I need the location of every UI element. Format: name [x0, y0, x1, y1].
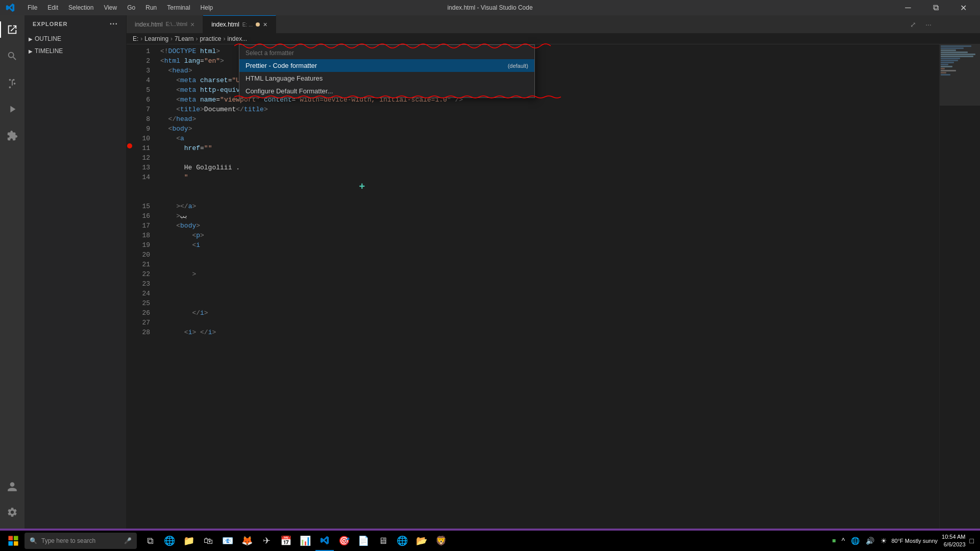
timeline-chevron: ▶ [29, 48, 33, 54]
code-line: 25 [127, 298, 939, 308]
system-tray: ^ 🌐 🔊 ☀ 80°F Mostly sunny 10:54 AM 6/6/2… [830, 533, 976, 549]
menu-view[interactable]: View [100, 3, 121, 12]
taskbar-store[interactable]: 🛍 [199, 531, 217, 551]
line-number: 17 [133, 221, 158, 231]
line-number: 6 [133, 95, 158, 105]
breadcrumb-learning[interactable]: Learning [144, 35, 168, 42]
formatter-item-configure[interactable]: Configure Default Formatter... [239, 85, 534, 97]
minimize-button[interactable]: ─ [896, 0, 920, 15]
tab-close-1[interactable]: × [190, 20, 194, 29]
taskbar-date-display: 6/6/2023 [942, 541, 965, 548]
formatter-item-prettier[interactable]: Prettier - Code formatter (default) [239, 59, 534, 72]
menu-file[interactable]: File [23, 3, 41, 12]
code-line: 11 href="" [127, 143, 939, 153]
taskbar-firefox[interactable]: 🦊 [238, 531, 256, 551]
taskbar-explorer[interactable]: 📁 [180, 531, 198, 551]
taskbar-vscode-active[interactable] [315, 531, 334, 551]
tray-chevron-icon[interactable]: ^ [840, 537, 847, 545]
timeline-header[interactable]: ▶ TIMELINE [24, 46, 126, 56]
taskbar-clock[interactable]: 10:54 AM 6/6/2023 [942, 533, 965, 549]
formatter-item-html[interactable]: HTML Language Features [239, 72, 534, 85]
taskbar-teamviewer[interactable]: 🖥 [374, 531, 392, 551]
taskbar-edge[interactable]: 🌐 [160, 531, 179, 551]
main-layout: EXPLORER ··· ▶ OUTLINE ▶ TIMELINE index.… [0, 15, 980, 529]
menu-selection[interactable]: Selection [64, 3, 97, 12]
tray-notification-icon[interactable]: □ [968, 537, 976, 545]
breakpoint-11 [127, 143, 132, 148]
windows-taskbar: 🔍 Type here to search 🎤 ⧉ 🌐 📁 🛍 📧 🦊 ✈ 📅 … [0, 531, 980, 551]
tab-close-2[interactable]: × [263, 20, 267, 29]
code-line: 13 He Golgoliii . [127, 163, 939, 172]
line-content: <body> [158, 124, 939, 134]
title-bar-left: File Edit Selection View Go Run Terminal… [5, 3, 217, 13]
taskbar-chrome[interactable]: 🌐 [393, 531, 411, 551]
code-line: 28 <i> </i> [127, 328, 939, 337]
search-magnifier-icon: 🔍 [30, 537, 37, 544]
taskbar-mail[interactable]: 📧 [218, 531, 237, 551]
more-actions-button[interactable]: ··· [922, 18, 935, 31]
activity-explorer[interactable] [0, 17, 24, 42]
sidebar-section-timeline: ▶ TIMELINE [24, 45, 126, 57]
line-content: <i [158, 240, 939, 250]
svg-rect-1 [14, 536, 18, 540]
title-bar: File Edit Selection View Go Run Terminal… [0, 0, 980, 15]
code-line: 16 >بب [127, 211, 939, 221]
outline-chevron: ▶ [29, 36, 33, 42]
outline-header[interactable]: ▶ OUTLINE [24, 34, 126, 44]
activity-bar [0, 15, 24, 529]
tab-index-html-1[interactable]: index.html E:\...\html × [127, 15, 203, 33]
sidebar-more-button[interactable]: ··· [110, 19, 118, 29]
activity-extensions[interactable] [0, 123, 24, 148]
breadcrumb-practice[interactable]: practice [200, 35, 221, 42]
tab-path-1: E:\...\html [166, 21, 187, 27]
breadcrumb-indexhtml[interactable]: index... [227, 35, 247, 42]
activity-source-control[interactable] [0, 70, 24, 95]
taskbar-search-box[interactable]: 🔍 Type here to search 🎤 [24, 533, 137, 549]
close-button[interactable]: ✕ [951, 0, 975, 15]
minimap-slider[interactable] [940, 44, 980, 106]
line-content: <a [158, 134, 939, 143]
breadcrumb-7learn[interactable]: 7Learn [175, 35, 193, 42]
code-editor[interactable]: 1 <!DOCTYPE html> 2 <html lang="en"> 3 <… [127, 44, 939, 529]
line-number: 20 [133, 250, 158, 260]
breadcrumb-e[interactable]: E: [133, 35, 138, 42]
timeline-label: TIMELINE [35, 47, 63, 55]
menu-edit[interactable]: Edit [43, 3, 62, 12]
taskbar-rider[interactable]: 🎯 [335, 531, 353, 551]
tray-volume-icon[interactable]: 🔊 [864, 537, 876, 545]
activity-account[interactable] [0, 474, 24, 499]
activity-search[interactable] [0, 44, 24, 68]
line-content: He Golgoliii . [158, 163, 939, 172]
tab-index-html-2[interactable]: index.html E: ... × [203, 15, 276, 33]
menu-terminal[interactable]: Terminal [163, 3, 194, 12]
tab-bar: index.html E:\...\html × index.html E: .… [127, 15, 980, 33]
taskbar-office[interactable]: 📊 [296, 531, 314, 551]
line-content: <p> [158, 231, 939, 240]
taskbar-taskview[interactable]: ⧉ [141, 531, 159, 551]
taskbar-calendar[interactable]: 📅 [277, 531, 295, 551]
sidebar: EXPLORER ··· ▶ OUTLINE ▶ TIMELINE [24, 15, 127, 529]
taskbar-extra[interactable]: 🦁 [432, 531, 450, 551]
activity-run-debug[interactable] [0, 97, 24, 121]
taskbar-icons: ⧉ 🌐 📁 🛍 📧 🦊 ✈ 📅 📊 🎯 📄 🖥 🌐 📂 🦁 [141, 531, 450, 551]
menu-run[interactable]: Run [141, 3, 161, 12]
start-button[interactable] [4, 532, 22, 550]
restore-button[interactable]: ⧉ [924, 0, 947, 15]
code-line: 26 </i> [127, 308, 939, 318]
menu-help[interactable]: Help [197, 3, 217, 12]
taskbar-pdf[interactable]: 📄 [354, 531, 373, 551]
line-number: 15 [133, 202, 158, 211]
tray-network-icon[interactable]: 🌐 [849, 537, 862, 545]
tray-weather-icon[interactable]: ☀ [878, 537, 889, 545]
taskbar-telegram[interactable]: ✈ [257, 531, 276, 551]
menu-go[interactable]: Go [123, 3, 139, 12]
code-line: 15 ></a> [127, 202, 939, 211]
taskbar-files[interactable]: 📂 [412, 531, 431, 551]
formatter-search-input[interactable] [246, 49, 528, 57]
line-content: <body> [158, 221, 939, 231]
line-number: 7 [133, 105, 158, 114]
split-editor-button[interactable]: ⤢ [906, 18, 920, 31]
minimap [939, 44, 980, 529]
editor-area: index.html E:\...\html × index.html E: .… [127, 15, 980, 529]
activity-settings[interactable] [0, 500, 24, 524]
